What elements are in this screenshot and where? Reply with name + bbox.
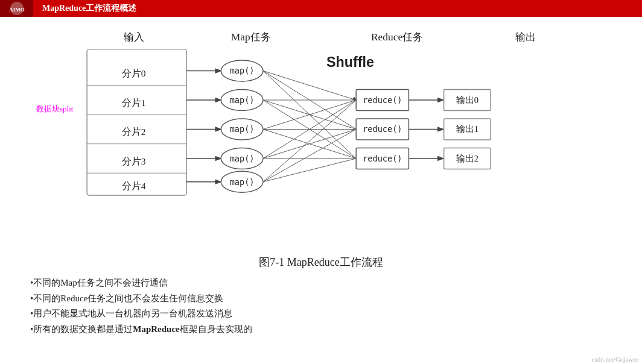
- svg-text:Shuffle: Shuffle: [326, 54, 374, 70]
- svg-text:分片4: 分片4: [122, 181, 146, 191]
- svg-text:AIMO: AIMO: [9, 7, 25, 13]
- svg-text:分片0: 分片0: [122, 68, 146, 78]
- top-bar: AIMO MapReduce工作流程概述: [0, 0, 642, 17]
- svg-text:Reduce任务: Reduce任务: [371, 31, 423, 43]
- svg-line-32: [263, 71, 356, 100]
- svg-text:reduce(): reduce(): [363, 95, 402, 105]
- svg-text:分片3: 分片3: [122, 156, 146, 166]
- svg-text:分片2: 分片2: [122, 127, 146, 137]
- svg-text:map(): map(): [230, 66, 255, 75]
- logo: AIMO: [0, 0, 33, 17]
- main-content: 数据块split 输入 Map任务 Reduce任务 输出 Shuffle 分片…: [0, 17, 642, 340]
- svg-text:输出2: 输出2: [456, 154, 478, 163]
- bullet-item-2: •用户不能显式地从一台机器向另一台机器发送消息: [30, 306, 612, 322]
- svg-text:map(): map(): [230, 154, 255, 163]
- svg-text:reduce(): reduce(): [363, 124, 402, 134]
- svg-text:分片1: 分片1: [122, 98, 146, 108]
- svg-line-46: [263, 158, 356, 182]
- watermark: csdn.net/Gojawee: [592, 356, 640, 363]
- diagram-caption: 图7-1 MapReduce工作流程: [18, 255, 624, 269]
- svg-text:map(): map(): [230, 95, 255, 105]
- svg-text:输出1: 输出1: [456, 124, 478, 134]
- svg-line-45: [263, 129, 356, 181]
- bullet-item-3: •所有的数据交换都是通过MapReduce框架自身去实现的: [30, 322, 612, 337]
- diagram-area: 数据块split 输入 Map任务 Reduce任务 输出 Shuffle 分片…: [18, 23, 624, 252]
- svg-text:输出: 输出: [515, 31, 536, 43]
- svg-text:输入: 输入: [124, 31, 144, 43]
- bullets-section: •不同的Map任务之间不会进行通信•不同的Reduce任务之间也不会发生任何信息…: [18, 275, 624, 337]
- page-title: MapReduce工作流程概述: [42, 3, 136, 14]
- svg-text:map(): map(): [230, 177, 255, 187]
- bullet-item-0: •不同的Map任务之间不会进行通信: [30, 275, 612, 291]
- svg-text:Map任务: Map任务: [231, 31, 271, 43]
- svg-text:map(): map(): [230, 124, 255, 134]
- svg-text:reduce(): reduce(): [363, 154, 402, 163]
- svg-line-44: [263, 100, 356, 182]
- split-label: 数据块split: [36, 104, 73, 115]
- flow-diagram: 输入 Map任务 Reduce任务 输出 Shuffle 分片0 分片1 分片2…: [18, 23, 624, 216]
- svg-text:输出0: 输出0: [456, 95, 478, 105]
- bullet-item-1: •不同的Reduce任务之间也不会发生任何信息交换: [30, 291, 612, 307]
